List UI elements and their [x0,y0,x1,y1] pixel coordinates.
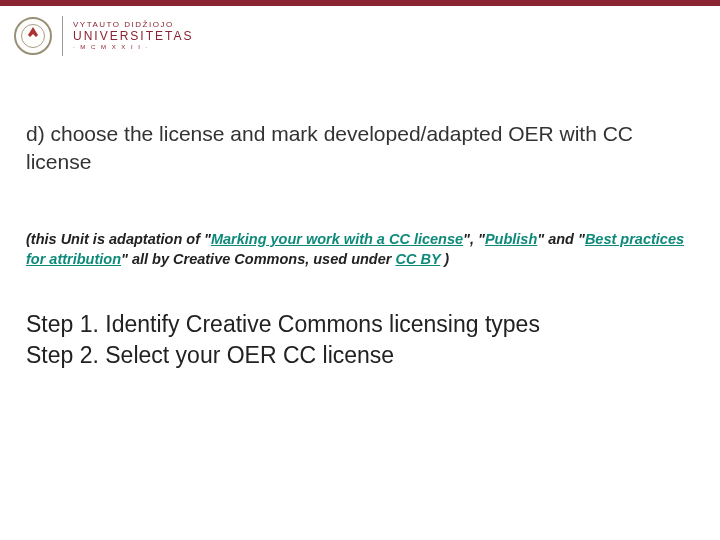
step-1: Step 1. Identify Creative Commons licens… [26,309,694,340]
university-year: · M C M X X I I · [73,44,193,50]
university-name-block: VYTAUTO DIDŽIOJO UNIVERSITETAS · M C M X… [73,21,193,50]
steps-block: Step 1. Identify Creative Commons licens… [26,309,694,371]
header-divider [62,16,63,56]
attribution-text: ) [440,251,449,267]
link-marking-work[interactable]: Marking your work with a CC license [211,231,463,247]
section-title: d) choose the license and mark developed… [26,120,694,177]
attribution-text: ", " [463,231,485,247]
attribution-text: " and " [537,231,585,247]
header: VYTAUTO DIDŽIOJO UNIVERSITETAS · M C M X… [0,6,720,60]
attribution-paragraph: (this Unit is adaptation of "Marking you… [26,229,694,270]
link-cc-by[interactable]: CC BY [395,251,440,267]
slide-content: d) choose the license and mark developed… [0,120,720,371]
link-publish[interactable]: Publish [485,231,537,247]
step-2: Step 2. Select your OER CC license [26,340,694,371]
attribution-text: " all by Creative Commons, used under [121,251,395,267]
university-seal-icon [14,17,52,55]
attribution-text: (this Unit is adaptation of " [26,231,211,247]
university-name-main: UNIVERSITETAS [73,30,193,43]
